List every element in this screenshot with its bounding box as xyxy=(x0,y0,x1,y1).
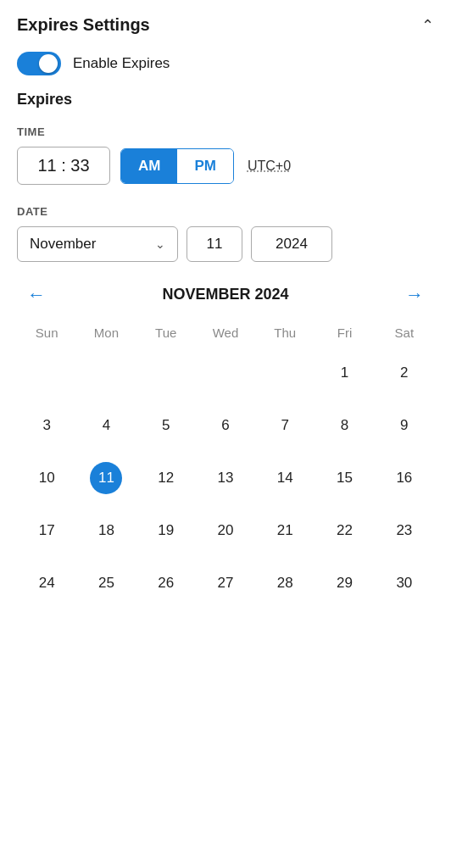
calendar-day[interactable]: 17 xyxy=(17,504,76,557)
calendar-day[interactable]: 9 xyxy=(375,399,434,452)
calendar-day[interactable]: 8 xyxy=(315,399,374,452)
time-field-label: TIME xyxy=(17,125,434,138)
expires-section-label: Expires xyxy=(17,91,434,108)
timezone-display[interactable]: UTC+0 xyxy=(248,159,291,174)
month-select[interactable]: November ⌄ xyxy=(17,226,178,262)
time-row: 11 : 33 AM PM UTC+0 xyxy=(17,147,434,185)
calendar-day[interactable]: 23 xyxy=(375,504,434,557)
day-number: 2 xyxy=(388,357,420,389)
calendar-day[interactable]: 26 xyxy=(136,557,196,609)
day-number: 3 xyxy=(31,409,63,442)
time-separator: : xyxy=(61,156,66,175)
calendar-week-row: 17181920212223 xyxy=(17,504,434,557)
day-header-thu: Thu xyxy=(255,319,315,347)
day-header-wed: Wed xyxy=(196,319,255,347)
day-header-mon: Mon xyxy=(76,319,136,347)
calendar-day[interactable]: 5 xyxy=(136,399,196,452)
toggle-knob xyxy=(39,54,58,73)
enable-expires-toggle[interactable] xyxy=(17,52,61,75)
panel-header: Expires Settings ⌃ xyxy=(17,15,434,35)
calendar-day[interactable]: 19 xyxy=(136,504,196,557)
calendar-day xyxy=(17,347,76,399)
calendar-day[interactable]: 30 xyxy=(375,557,434,609)
next-month-button[interactable]: → xyxy=(395,281,434,309)
month-chevron-down-icon: ⌄ xyxy=(155,237,165,251)
calendar-day[interactable]: 21 xyxy=(255,504,315,557)
calendar-day[interactable]: 4 xyxy=(76,399,136,452)
day-number: 15 xyxy=(329,462,361,494)
calendar-day[interactable]: 6 xyxy=(196,399,255,452)
month-select-value: November xyxy=(30,236,96,253)
day-number: 26 xyxy=(150,567,182,599)
expires-settings-panel: Expires Settings ⌃ Enable Expires Expire… xyxy=(0,0,451,625)
day-number: 30 xyxy=(388,567,420,599)
day-number: 8 xyxy=(329,409,361,442)
calendar-day[interactable]: 18 xyxy=(76,504,136,557)
day-number: 27 xyxy=(209,567,242,599)
ampm-toggle: AM PM xyxy=(120,148,234,184)
time-hours: 11 xyxy=(37,156,56,175)
panel-title: Expires Settings xyxy=(17,15,150,35)
calendar-day[interactable]: 15 xyxy=(315,452,374,504)
day-number: 6 xyxy=(209,409,242,442)
calendar-day[interactable]: 12 xyxy=(136,452,196,504)
calendar-day[interactable]: 25 xyxy=(76,557,136,609)
prev-month-button[interactable]: ← xyxy=(17,281,56,309)
calendar-day xyxy=(76,347,136,399)
day-headers-row: SunMonTueWedThuFriSat xyxy=(17,319,434,347)
day-number: 7 xyxy=(269,409,301,442)
calendar-week-row: 10111213141516 xyxy=(17,452,434,504)
calendar-day[interactable]: 16 xyxy=(375,452,434,504)
day-number: 1 xyxy=(329,357,361,389)
day-header-tue: Tue xyxy=(136,319,196,347)
pm-button[interactable]: PM xyxy=(177,149,233,183)
calendar-month-year: NOVEMBER 2024 xyxy=(162,286,288,303)
day-number: 25 xyxy=(90,567,122,599)
day-header-fri: Fri xyxy=(315,319,374,347)
day-number: 16 xyxy=(388,462,420,494)
am-button[interactable]: AM xyxy=(121,149,177,183)
calendar-day[interactable]: 24 xyxy=(17,557,76,609)
calendar-day xyxy=(136,347,196,399)
calendar-day[interactable]: 28 xyxy=(255,557,315,609)
calendar-day[interactable]: 2 xyxy=(375,347,434,399)
calendar-week-row: 3456789 xyxy=(17,399,434,452)
calendar-day[interactable]: 1 xyxy=(315,347,374,399)
day-number: 29 xyxy=(329,567,361,599)
day-number: 12 xyxy=(150,462,182,494)
calendar-body: 1234567891011121314151617181920212223242… xyxy=(17,347,434,609)
day-header-sat: Sat xyxy=(375,319,434,347)
calendar-day[interactable]: 13 xyxy=(196,452,255,504)
calendar-day[interactable]: 20 xyxy=(196,504,255,557)
calendar-nav: ← NOVEMBER 2024 → xyxy=(17,286,434,303)
calendar-day[interactable]: 14 xyxy=(255,452,315,504)
day-number: 13 xyxy=(209,462,242,494)
collapse-icon[interactable]: ⌃ xyxy=(421,16,434,35)
enable-toggle-row: Enable Expires xyxy=(17,52,434,75)
calendar-header: SunMonTueWedThuFriSat xyxy=(17,319,434,347)
calendar-day[interactable]: 29 xyxy=(315,557,374,609)
calendar-day[interactable]: 10 xyxy=(17,452,76,504)
day-number: 18 xyxy=(90,515,122,547)
date-field-label: DATE xyxy=(17,205,434,218)
calendar-day[interactable]: 3 xyxy=(17,399,76,452)
calendar-day[interactable]: 7 xyxy=(255,399,315,452)
calendar-day xyxy=(196,347,255,399)
calendar-day[interactable]: 11 xyxy=(76,452,136,504)
calendar: ← NOVEMBER 2024 → SunMonTueWedThuFriSat … xyxy=(17,286,434,609)
enable-expires-label: Enable Expires xyxy=(73,55,170,72)
day-number: 10 xyxy=(31,462,63,494)
calendar-week-row: 12 xyxy=(17,347,434,399)
day-number: 21 xyxy=(269,515,301,547)
day-input[interactable]: 11 xyxy=(187,226,242,262)
day-number: 24 xyxy=(31,567,63,599)
time-input[interactable]: 11 : 33 xyxy=(17,147,110,185)
day-number: 9 xyxy=(388,409,420,442)
day-number: 5 xyxy=(150,409,182,442)
year-input[interactable]: 2024 xyxy=(251,226,332,262)
calendar-day[interactable]: 27 xyxy=(196,557,255,609)
day-number: 28 xyxy=(269,567,301,599)
calendar-week-row: 24252627282930 xyxy=(17,557,434,609)
calendar-day[interactable]: 22 xyxy=(315,504,374,557)
calendar-grid: SunMonTueWedThuFriSat 123456789101112131… xyxy=(17,319,434,609)
